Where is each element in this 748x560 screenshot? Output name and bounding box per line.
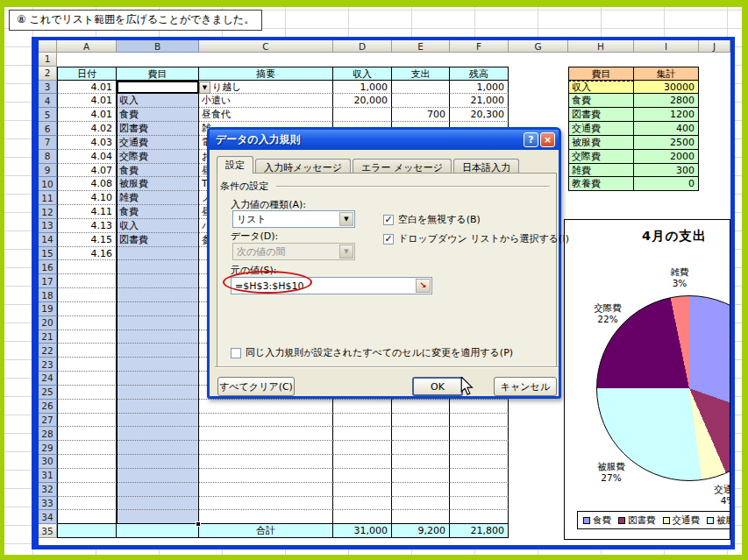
cell-A14[interactable]: 4.15 — [57, 233, 117, 247]
clear-all-button[interactable]: すべてクリア(C) — [217, 377, 295, 396]
help-icon[interactable]: ? — [524, 132, 538, 147]
cell-B2[interactable]: 費目 — [117, 67, 199, 81]
column-header-D[interactable]: D — [333, 40, 392, 53]
cell-A8[interactable]: 4.04 — [57, 150, 117, 164]
cell-F4[interactable]: 21,000 — [450, 94, 509, 108]
cell-A22[interactable] — [57, 344, 117, 358]
cell-F5[interactable]: 20,300 — [450, 108, 509, 122]
cell-D35[interactable]: 31,000 — [333, 524, 392, 538]
cell-C27[interactable] — [199, 414, 333, 428]
row-header-24[interactable]: 24 — [39, 372, 57, 386]
cell-D34[interactable] — [333, 510, 392, 524]
close-icon[interactable]: × — [540, 132, 555, 147]
cell-A2[interactable]: 日付 — [57, 67, 117, 81]
row-header-28[interactable]: 28 — [39, 427, 57, 441]
active-cell-border[interactable] — [117, 81, 199, 95]
row-header-4[interactable]: 4 — [39, 94, 57, 108]
row-header-32[interactable]: 32 — [39, 483, 57, 497]
cell-A6[interactable]: 4.02 — [57, 122, 117, 136]
cell-D2[interactable]: 収入 — [333, 67, 392, 81]
cell-C30[interactable] — [199, 455, 333, 469]
cell-A34[interactable] — [57, 510, 117, 524]
column-header-J[interactable]: J — [699, 40, 730, 53]
cell-F35[interactable]: 21,800 — [450, 524, 509, 538]
cell-A11[interactable]: 4.10 — [57, 191, 117, 205]
cell-E26[interactable] — [392, 400, 450, 414]
row-header-19[interactable]: 19 — [39, 302, 57, 316]
cell-D29[interactable] — [333, 441, 392, 455]
cell-I2[interactable]: 集計 — [634, 67, 699, 81]
column-header-C[interactable]: C — [199, 40, 333, 53]
cell-E32[interactable] — [392, 483, 450, 497]
cell-D32[interactable] — [333, 483, 392, 497]
tab-ime[interactable]: 日本語入力 — [453, 159, 519, 174]
cell-A21[interactable] — [57, 330, 117, 344]
cell-A30[interactable] — [57, 455, 117, 469]
cell-E5[interactable]: 700 — [392, 108, 450, 122]
column-header-I[interactable]: I — [634, 40, 699, 53]
row-header-23[interactable]: 23 — [39, 358, 57, 372]
row-header-30[interactable]: 30 — [39, 455, 57, 469]
cell-C34[interactable] — [199, 510, 333, 524]
cell-C3[interactable]: り越し — [199, 81, 333, 95]
cell-E34[interactable] — [392, 510, 450, 524]
cell-C31[interactable] — [199, 469, 333, 483]
row-header-29[interactable]: 29 — [39, 441, 57, 455]
row-header-26[interactable]: 26 — [39, 400, 57, 414]
cell-D31[interactable] — [333, 469, 392, 483]
cell-E28[interactable] — [392, 427, 450, 441]
cell-D4[interactable]: 20,000 — [333, 94, 392, 108]
grid-corner-cell[interactable] — [39, 40, 57, 53]
row-header-17[interactable]: 17 — [39, 274, 57, 288]
dialog-titlebar[interactable]: データの入力規則 ? × — [210, 130, 559, 150]
column-header-F[interactable]: F — [450, 40, 509, 53]
cell-A7[interactable]: 4.03 — [57, 136, 117, 150]
cell-F3[interactable]: 1,000 — [450, 81, 509, 95]
in-cell-dropdown-checkbox[interactable]: ✓ ドロップダウン リストから選択する(I) — [383, 232, 569, 245]
cell-A4[interactable]: 4.01 — [57, 94, 117, 108]
cell-D5[interactable] — [333, 108, 392, 122]
row-header-10[interactable]: 10 — [39, 177, 57, 191]
cell-A15[interactable]: 4.16 — [57, 247, 117, 261]
ok-button[interactable]: OK — [412, 377, 463, 396]
cell-A23[interactable] — [57, 358, 117, 372]
type-combobox[interactable]: リスト ▼ — [232, 210, 355, 228]
tab-error-message[interactable]: エラー メッセージ — [353, 159, 452, 174]
row-header-5[interactable]: 5 — [39, 108, 57, 122]
chevron-down-icon[interactable]: ▼ — [339, 212, 353, 226]
cell-B35[interactable] — [117, 524, 199, 538]
row-header-21[interactable]: 21 — [39, 330, 57, 344]
cell-A33[interactable] — [57, 497, 117, 511]
cell-I9[interactable]: 300 — [634, 164, 699, 178]
cell-F28[interactable] — [450, 427, 509, 441]
cell-A16[interactable] — [57, 260, 117, 274]
row-header-13[interactable]: 13 — [39, 219, 57, 233]
cell-A17[interactable] — [57, 274, 117, 288]
cell-C28[interactable] — [199, 427, 333, 441]
cell-D27[interactable] — [333, 414, 392, 428]
column-header-A[interactable]: A — [57, 40, 117, 53]
column-header-G[interactable]: G — [509, 40, 568, 53]
cell-C35[interactable]: 合計 — [199, 524, 333, 538]
cell-A20[interactable] — [57, 316, 117, 330]
row-header-34[interactable]: 34 — [39, 510, 57, 524]
row-header-8[interactable]: 8 — [39, 150, 57, 164]
pie-chart-object[interactable]: 4月の支出 雑費 3% 交際費 22% 被服費 27% 交通費 4% 食費図書費… — [564, 219, 730, 540]
row-header-33[interactable]: 33 — [39, 497, 57, 511]
row-header-16[interactable]: 16 — [39, 260, 57, 274]
cell-C5[interactable]: 昼食代 — [199, 108, 333, 122]
cell-C4[interactable]: 小遣い — [199, 94, 333, 108]
checkbox-icon[interactable] — [231, 348, 241, 358]
cell-A12[interactable]: 4.11 — [57, 205, 117, 219]
cell-A31[interactable] — [57, 469, 117, 483]
cell-A28[interactable] — [57, 427, 117, 441]
cell-E30[interactable] — [392, 455, 450, 469]
cell-C32[interactable] — [199, 483, 333, 497]
cell-D30[interactable] — [333, 455, 392, 469]
cell-H2[interactable]: 費目 — [568, 67, 634, 81]
row-header-14[interactable]: 14 — [39, 233, 57, 247]
row-header-6[interactable]: 6 — [39, 122, 57, 136]
cell-I7[interactable]: 2500 — [634, 136, 699, 150]
row-header-22[interactable]: 22 — [39, 344, 57, 358]
row-header-18[interactable]: 18 — [39, 288, 57, 302]
